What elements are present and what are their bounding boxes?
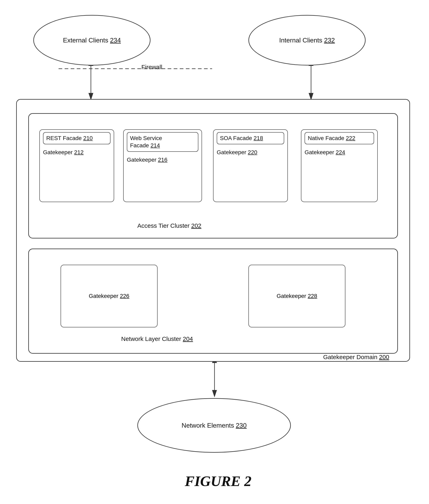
gatekeeper-226-box: Gatekeeper 226 (61, 265, 158, 327)
soa-facade-label: SOA Facade 218 (220, 135, 281, 142)
gatekeeper-228-label: Gatekeeper 228 (277, 293, 317, 299)
native-gatekeeper-label: Gatekeeper 224 (305, 149, 345, 156)
internal-clients-label: Internal Clients 232 (279, 36, 335, 44)
rest-facade-box: REST Facade 210 Gatekeeper 212 (39, 129, 114, 202)
web-service-facade-box: Web ServiceFacade 214 Gatekeeper 216 (123, 129, 202, 202)
figure-caption: FIGURE 2 (158, 473, 279, 490)
web-service-gatekeeper-label: Gatekeeper 216 (127, 157, 167, 163)
network-layer-label: Network Layer Cluster 204 (121, 335, 193, 342)
soa-gatekeeper-label: Gatekeeper 220 (217, 149, 257, 156)
gatekeeper-228-box: Gatekeeper 228 (248, 265, 345, 327)
rest-gatekeeper-label: Gatekeeper 212 (43, 149, 84, 156)
native-facade-box: Native Facade 222 Gatekeeper 224 (301, 129, 378, 202)
external-clients-ellipse: External Clients 234 (33, 15, 150, 65)
external-clients-label: External Clients 234 (63, 36, 121, 44)
web-service-facade-label: Web ServiceFacade 214 (130, 135, 195, 149)
native-facade-label: Native Facade 222 (308, 135, 371, 142)
soa-facade-box: SOA Facade 218 Gatekeeper 220 (213, 129, 288, 202)
firewall-label: Firewall (141, 64, 162, 71)
access-tier-label: Access Tier Cluster 202 (137, 222, 201, 229)
diagram: External Clients 234 Internal Clients 23… (0, 0, 429, 504)
network-elements-ellipse: Network Elements 230 (137, 398, 291, 453)
gatekeeper-domain-label: Gatekeeper Domain 200 (323, 354, 389, 360)
gatekeeper-226-label: Gatekeeper 226 (89, 293, 130, 299)
rest-facade-label: REST Facade 210 (46, 135, 107, 142)
network-elements-label: Network Elements 230 (182, 422, 247, 429)
internal-clients-ellipse: Internal Clients 232 (248, 15, 366, 65)
